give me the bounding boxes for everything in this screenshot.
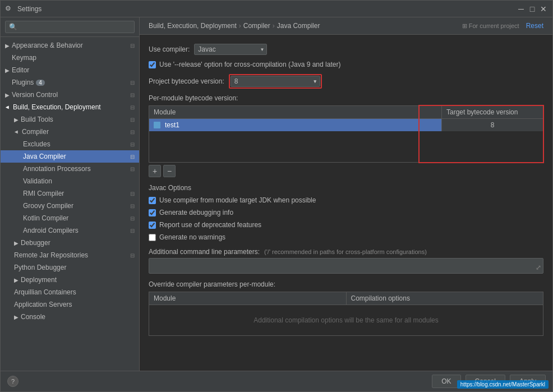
additional-params-input[interactable] bbox=[149, 258, 543, 274]
override-empty-text: Additional compilation options will be t… bbox=[149, 305, 543, 335]
deprecated-features-row: Report use of deprecated features bbox=[149, 221, 543, 229]
use-compiler-module-row: Use compiler from module target JDK when… bbox=[149, 196, 543, 204]
sidebar-item-label: Compiler bbox=[22, 128, 49, 136]
sidebar-item-rmi-compiler[interactable]: RMI Compiler ⊟ bbox=[1, 187, 139, 200]
sidebar-item-label: Validation bbox=[23, 177, 52, 185]
table-toolbar: + − bbox=[149, 165, 543, 177]
sidebar-item-plugins[interactable]: ▶ Plugins 4 ⊟ bbox=[1, 76, 139, 89]
use-compiler-module-label: Use compiler from module target JDK when… bbox=[159, 196, 316, 204]
use-compiler-module-checkbox[interactable] bbox=[149, 197, 156, 204]
window-title: Settings bbox=[17, 5, 517, 13]
sidebar-item-label: Annotation Processors bbox=[23, 165, 91, 173]
sidebar-item-label: Java Compiler bbox=[23, 153, 66, 160]
breadcrumb-actions: ⊞ For current project Reset bbox=[462, 22, 543, 30]
no-warnings-row: Generate no warnings bbox=[149, 233, 543, 241]
sidebar-item-excludes[interactable]: Excludes ⊟ bbox=[1, 138, 139, 150]
sidebar-sync-icon: ⊟ bbox=[130, 80, 135, 86]
sidebar-content: ▶ Appearance & Behavior ⊟ ▶ Keymap ▶ Edi… bbox=[1, 37, 139, 371]
module-name: test1 bbox=[165, 121, 179, 129]
no-warnings-checkbox[interactable] bbox=[149, 234, 156, 241]
override-section: Override compiler parameters per-module:… bbox=[149, 280, 543, 336]
version-cell[interactable]: 8 bbox=[442, 119, 543, 131]
sidebar-item-label: Debugger bbox=[21, 239, 50, 247]
maximize-button[interactable]: □ bbox=[528, 4, 537, 13]
sidebar-item-keymap[interactable]: ▶ Keymap bbox=[1, 52, 139, 64]
sidebar-item-deployment[interactable]: ▶ Deployment bbox=[1, 274, 139, 286]
reset-button[interactable]: Reset bbox=[526, 22, 543, 30]
additional-params-hint: ('/' recommended in paths for cross-plat… bbox=[264, 248, 427, 255]
sidebar-item-groovy-compiler[interactable]: Groovy Compiler ⊟ bbox=[1, 200, 139, 212]
additional-params-label: Additional command line parameters: bbox=[149, 248, 260, 256]
project-bytecode-label: Project bytecode version: bbox=[149, 77, 224, 85]
add-row-button[interactable]: + bbox=[149, 165, 161, 177]
minimize-button[interactable]: ─ bbox=[517, 4, 526, 13]
sidebar-item-java-compiler[interactable]: Java Compiler ⊟ bbox=[1, 150, 139, 163]
additional-params-wrapper: ⤢ bbox=[149, 258, 543, 274]
search-input[interactable] bbox=[5, 21, 135, 33]
sidebar-item-label: Build, Execution, Deployment bbox=[13, 103, 101, 111]
override-col-options: Compilation options bbox=[347, 292, 543, 305]
project-bytecode-select[interactable]: 8 11 17 bbox=[231, 76, 320, 87]
for-current-project: ⊞ For current project bbox=[462, 22, 519, 30]
sidebar-item-app-servers[interactable]: Application Servers bbox=[1, 298, 139, 311]
sidebar-item-build-tools[interactable]: ▶ Build Tools ⊟ bbox=[1, 113, 139, 126]
sidebar-item-annotation-processors[interactable]: Annotation Processors ⊟ bbox=[1, 163, 139, 175]
generate-debug-checkbox[interactable] bbox=[149, 209, 156, 216]
arrow-icon: ▶ bbox=[14, 117, 19, 123]
release-option-checkbox[interactable] bbox=[149, 61, 156, 68]
sidebar-item-build-execution[interactable]: ▼ Build, Execution, Deployment ⊟ bbox=[1, 101, 139, 113]
sidebar-sync-icon: ⊟ bbox=[130, 104, 135, 110]
sidebar-item-label: Keymap bbox=[12, 54, 36, 62]
override-table-header: Module Compilation options bbox=[149, 292, 543, 305]
sidebar-item-label: Build Tools bbox=[21, 116, 53, 123]
sidebar-sync-icon: ⊟ bbox=[130, 191, 135, 197]
col-version-header: Target bytecode version bbox=[442, 106, 543, 118]
bottom-left: ? bbox=[7, 376, 19, 387]
table-empty-area bbox=[149, 131, 543, 162]
ok-button[interactable]: OK bbox=[432, 375, 460, 388]
sidebar-item-validation[interactable]: Validation bbox=[1, 175, 139, 187]
version-value: 8 bbox=[491, 121, 495, 129]
deprecated-features-checkbox[interactable] bbox=[149, 222, 156, 229]
sidebar-item-label: Application Servers bbox=[14, 301, 72, 308]
remove-row-button[interactable]: − bbox=[163, 165, 176, 177]
compiler-select[interactable]: Javac Eclipse Ajc bbox=[194, 44, 267, 55]
additional-params-section: Additional command line parameters: ('/'… bbox=[149, 248, 543, 274]
table-header: Module Target bytecode version bbox=[149, 106, 543, 119]
release-option-label: Use '--release' option for cross-compila… bbox=[159, 61, 340, 68]
sidebar-item-android-compilers[interactable]: Android Compilers ⊟ bbox=[1, 224, 139, 237]
sidebar-sync-icon: ⊟ bbox=[130, 141, 135, 147]
sidebar-item-compiler[interactable]: ▼ Compiler ⊟ bbox=[1, 126, 139, 138]
sidebar-item-appearance[interactable]: ▶ Appearance & Behavior ⊟ bbox=[1, 39, 139, 52]
breadcrumb-current: Java Compiler bbox=[277, 22, 320, 30]
settings-window: ⚙ Settings ─ □ ✕ ▶ Appearance & Behavior… bbox=[0, 0, 553, 392]
sidebar-item-label: Console bbox=[21, 313, 45, 321]
sidebar-item-kotlin-compiler[interactable]: Kotlin Compiler ⊟ bbox=[1, 212, 139, 224]
arrow-icon: ▶ bbox=[5, 67, 10, 73]
table-row[interactable]: test1 8 bbox=[149, 119, 543, 131]
sidebar-item-arquillian[interactable]: Arquillian Containers bbox=[1, 286, 139, 298]
arrow-icon: ▶ bbox=[14, 240, 19, 246]
release-option-row: Use '--release' option for cross-compila… bbox=[149, 61, 543, 68]
javac-options-section: Javac Options Use compiler from module t… bbox=[149, 184, 543, 241]
content-area: Use compiler: Javac Eclipse Ajc Use '--r… bbox=[140, 35, 552, 371]
main-content: Build, Execution, Deployment › Compiler … bbox=[140, 17, 552, 371]
sidebar-item-console[interactable]: ▶ Console bbox=[1, 311, 139, 323]
per-module-table: Module Target bytecode version test1 8 bbox=[149, 105, 543, 163]
sidebar-item-label: Arquillian Containers bbox=[14, 288, 76, 296]
sidebar-item-python-debugger[interactable]: Python Debugger bbox=[1, 261, 139, 274]
sidebar-item-version-control[interactable]: ▶ Version Control ⊟ bbox=[1, 89, 139, 101]
sidebar-item-label: Python Debugger bbox=[14, 264, 66, 271]
dialog-body: ▶ Appearance & Behavior ⊟ ▶ Keymap ▶ Edi… bbox=[1, 17, 552, 371]
arrow-icon: ▶ bbox=[5, 43, 10, 49]
sidebar-item-editor[interactable]: ▶ Editor bbox=[1, 64, 139, 76]
close-button[interactable]: ✕ bbox=[539, 4, 548, 13]
col-module-header: Module bbox=[149, 106, 442, 118]
project-bytecode-row: Project bytecode version: 8 11 17 ▼ bbox=[149, 74, 543, 89]
generate-debug-row: Generate debugging info bbox=[149, 209, 543, 216]
sidebar-item-remote-jar[interactable]: Remote Jar Repositories ⊟ bbox=[1, 249, 139, 261]
sidebar-item-debugger[interactable]: ▶ Debugger bbox=[1, 237, 139, 249]
help-button[interactable]: ? bbox=[7, 376, 19, 387]
breadcrumb: Build, Execution, Deployment › Compiler … bbox=[149, 22, 320, 30]
deprecated-features-label: Report use of deprecated features bbox=[159, 221, 261, 229]
